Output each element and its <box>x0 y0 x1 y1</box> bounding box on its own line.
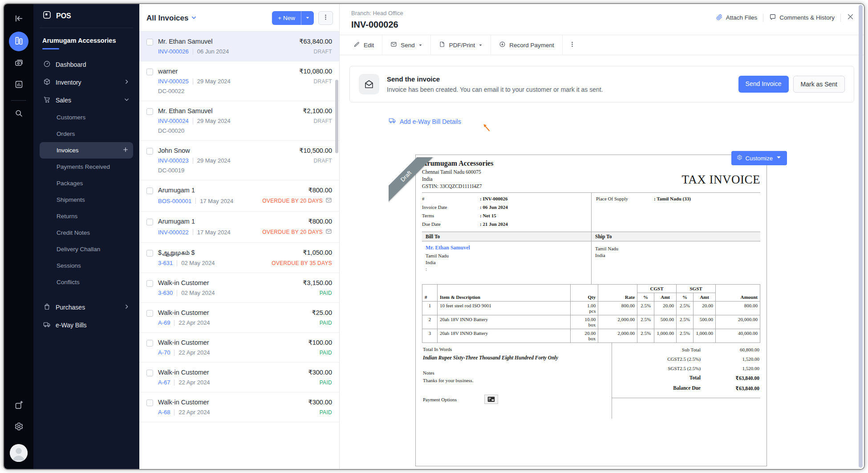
close-button[interactable] <box>847 13 854 22</box>
row-checkbox[interactable] <box>146 250 153 257</box>
reference-number: DC-00020 <box>158 127 332 134</box>
sidebar-item-returns[interactable]: Returns <box>40 208 133 224</box>
row-checkbox[interactable] <box>146 188 153 194</box>
toolbar-send-button[interactable]: Send <box>382 35 431 55</box>
nav-item-dashboard[interactable]: Dashboard <box>40 56 133 73</box>
invoice-list-item[interactable]: Walk-in Customer₹300.00A-6722 Apr 2024PA… <box>139 363 339 392</box>
payments-rail-button[interactable] <box>10 55 28 73</box>
customize-button[interactable]: Customize <box>731 151 787 165</box>
doc-total-row: Sub Total60,800.00 <box>615 345 759 354</box>
doc-item-row: 110 feet steel rod ISO 90011.00pcs800.00… <box>422 302 760 315</box>
customer-name: Arumugam 1 <box>158 218 195 225</box>
date-separator <box>193 49 193 55</box>
list-more-button[interactable] <box>318 11 333 25</box>
item-amount: 20,000.00 <box>716 315 760 329</box>
invoice-number-link[interactable]: A-67 <box>158 379 170 386</box>
invoice-list-item[interactable]: Walk-in Customer₹300.00A-6822 Apr 2024PA… <box>139 392 339 422</box>
invoice-list-item[interactable]: $ஆறுமுகம் $₹1,050.003-63102 May 2024OVER… <box>139 243 339 273</box>
item-number: 1 <box>422 302 438 315</box>
list-filter-dropdown[interactable]: All Invoices <box>146 14 197 23</box>
invoice-number-link[interactable]: 3-630 <box>158 290 173 296</box>
sidebar-item-packages[interactable]: Packages <box>40 175 133 192</box>
collapse-sidebar-button[interactable] <box>10 10 28 28</box>
settings-rail-button[interactable] <box>10 418 28 436</box>
invoice-number-link[interactable]: INV-000026 <box>158 48 189 55</box>
main-scrollbar[interactable] <box>859 5 863 468</box>
sidebar-item-credit-notes[interactable]: Credit Notes <box>40 224 133 241</box>
invoice-list-panel: All Invoices + New Mr. Ethan Samuvel₹63,… <box>139 4 340 469</box>
invoice-list-item[interactable]: Mr. Ethan Samuvel₹2,100.00INV-00002429 M… <box>139 101 339 141</box>
send-invoice-button[interactable]: Send Invoice <box>738 76 789 93</box>
org-app-button[interactable] <box>9 32 28 51</box>
attach-files-button[interactable]: Attach Files <box>716 13 758 22</box>
sidebar-item-shipments[interactable]: Shipments <box>40 192 133 208</box>
open-envelope-icon <box>359 74 379 94</box>
invoice-list-item[interactable]: John Snow₹10,500.00INV-00002329 May 2024… <box>139 141 339 180</box>
invoice-date: 02 May 2024 <box>181 290 215 296</box>
invoice-number-link[interactable]: INV-000023 <box>158 157 189 164</box>
plus-icon[interactable] <box>122 147 129 154</box>
meta-label: Invoice Date <box>422 204 480 210</box>
caret-down-icon <box>305 15 310 21</box>
sidebar-item-sessions[interactable]: Sessions <box>40 257 133 274</box>
row-checkbox[interactable] <box>146 108 153 115</box>
sidebar-item-customers[interactable]: Customers <box>40 109 133 126</box>
nav-item-sales[interactable]: Sales <box>40 91 133 109</box>
list-scrollbar[interactable] <box>335 80 338 153</box>
comments-history-button[interactable]: Comments & History <box>769 13 835 22</box>
invoice-list-item[interactable]: Mr. Ethan Samuvel₹63,840.00INV-00002606 … <box>139 32 339 61</box>
add-eway-bill-link[interactable]: Add e-Way Bill Details <box>400 118 461 125</box>
mark-as-sent-button[interactable]: Mark as Sent <box>793 76 845 93</box>
new-invoice-button[interactable]: + New <box>272 11 301 25</box>
row-checkbox[interactable] <box>146 39 153 45</box>
date-separator <box>193 229 193 235</box>
row-checkbox[interactable] <box>146 400 153 406</box>
reports-rail-button[interactable] <box>10 76 28 94</box>
toolbar-record-payment-button[interactable]: Record Payment <box>491 35 563 55</box>
row-checkbox[interactable] <box>146 310 153 317</box>
invoice-list-item[interactable]: Arumugam 1₹800.00BOS-00000117 May 2024OV… <box>139 180 339 212</box>
toolbar-edit-button[interactable]: Edit <box>345 35 382 55</box>
invoice-list-item[interactable]: Arumugam 1₹800.00INV-00002217 May 2024OV… <box>139 212 339 243</box>
user-avatar[interactable] <box>10 444 28 462</box>
sidebar-item-delivery-challan[interactable]: Delivery Challan <box>40 241 133 257</box>
nav-child-label: Customers <box>57 114 85 121</box>
invoice-number-link[interactable]: BOS-000001 <box>158 198 191 204</box>
invoice-number-link[interactable]: A-68 <box>158 409 170 416</box>
invoice-list-item[interactable]: Walk-in Customer₹25.00A-6922 Apr 2024PAI… <box>139 303 339 333</box>
invoice-number-link[interactable]: INV-000022 <box>158 229 189 236</box>
invoice-list-item[interactable]: Walk-in Customer₹3,150.003-63002 May 202… <box>139 273 339 303</box>
search-rail-button[interactable] <box>10 105 28 123</box>
sidebar-item-orders[interactable]: Orders <box>40 126 133 142</box>
new-invoice-caret-button[interactable] <box>301 11 314 25</box>
row-checkbox[interactable] <box>146 219 153 225</box>
meta-label: # <box>422 196 480 201</box>
nav-item-inventory[interactable]: Inventory <box>40 73 133 91</box>
nav-item-purchases[interactable]: Purchases <box>40 298 133 316</box>
sidebar-item-payments-received[interactable]: Payments Received <box>40 159 133 175</box>
toolbar-more-button[interactable] <box>563 35 582 55</box>
row-checkbox[interactable] <box>146 280 153 287</box>
row-checkbox[interactable] <box>146 69 153 75</box>
sidebar-item-conflicts[interactable]: Conflicts <box>40 274 133 290</box>
row-checkbox[interactable] <box>146 340 153 347</box>
invoice-number-link[interactable]: INV-000024 <box>158 118 189 124</box>
bill-to-customer-link[interactable]: Mr. Ethan Samuvel <box>426 245 588 251</box>
nav-item-e-way-bills[interactable]: e-Way Bills <box>40 316 133 334</box>
sidebar-item-invoices[interactable]: Invoices <box>40 142 133 159</box>
row-checkbox[interactable] <box>146 370 153 376</box>
invoice-number-link[interactable]: INV-000025 <box>158 78 189 85</box>
invoice-amount: ₹800.00 <box>308 218 332 225</box>
invoice-number-link[interactable]: A-69 <box>158 319 170 326</box>
invoice-number-link[interactable]: 3-631 <box>158 260 173 266</box>
status-badge: DRAFT <box>314 158 333 164</box>
invoice-number-link[interactable]: A-70 <box>158 349 170 356</box>
invoice-list-item[interactable]: warner₹10,080.00INV-00002529 May 2024DRA… <box>139 61 339 101</box>
invoice-list-item[interactable]: Walk-in Customer₹100.00A-7022 Apr 2024PA… <box>139 333 339 363</box>
meta-label: Place Of Supply <box>596 196 654 201</box>
new-session-rail-button[interactable] <box>10 397 28 415</box>
total-value: 1,520.00 <box>707 356 759 362</box>
toolbar-pdf-print-button[interactable]: PDF/Print <box>431 35 491 55</box>
row-checkbox[interactable] <box>146 148 153 155</box>
status-text: DRAFT <box>314 158 333 164</box>
